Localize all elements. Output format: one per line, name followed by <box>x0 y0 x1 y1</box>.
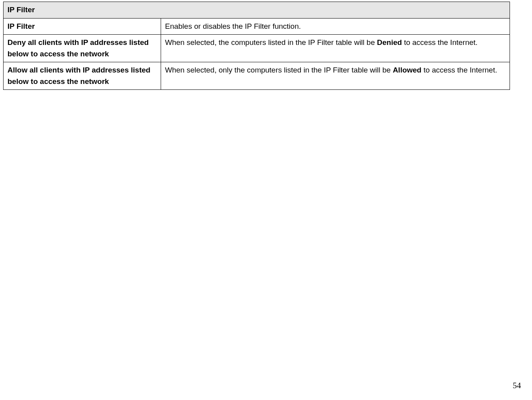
table-row: Deny all clients with IP addresses liste… <box>4 35 510 62</box>
table-header-row: IP Filter <box>4 2 510 19</box>
row-label: IP Filter <box>4 18 161 35</box>
page-number: 54 <box>513 381 521 391</box>
row-description: When selected, the computers listed in t… <box>161 35 510 62</box>
ip-filter-table: IP Filter IP Filter Enables or disables … <box>3 2 510 90</box>
table-header: IP Filter <box>4 2 510 19</box>
row-description: Enables or disables the IP Filter functi… <box>161 18 510 35</box>
row-description: When selected, only the computers listed… <box>161 62 510 90</box>
row-label: Allow all clients with IP addresses list… <box>4 62 161 90</box>
table-row: Allow all clients with IP addresses list… <box>4 62 510 90</box>
table-row: IP Filter Enables or disables the IP Fil… <box>4 18 510 35</box>
row-label: Deny all clients with IP addresses liste… <box>4 35 161 62</box>
